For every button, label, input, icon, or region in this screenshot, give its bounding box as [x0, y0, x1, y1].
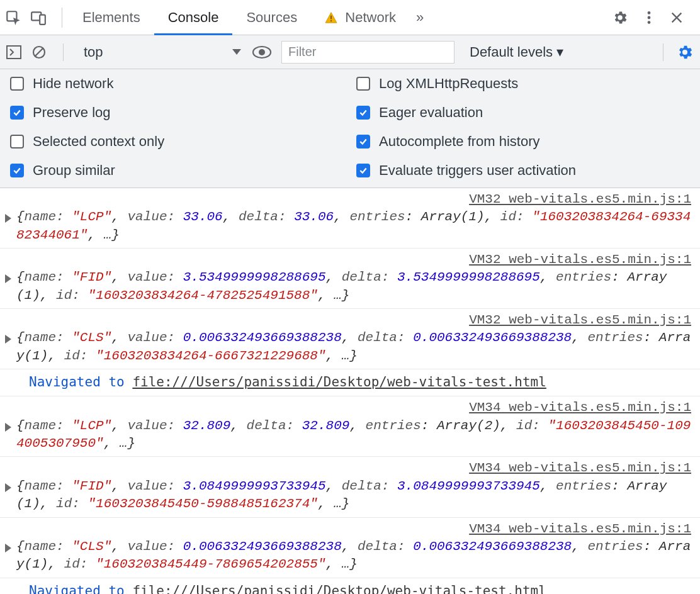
separator	[62, 8, 62, 28]
device-toolbar-icon[interactable]	[30, 9, 55, 26]
checkbox-icon	[10, 77, 24, 91]
chk-group-similar[interactable]: Group similar	[10, 162, 344, 179]
object-preview[interactable]: {name: "LCP", value: 32.809, delta: 32.8…	[16, 417, 694, 453]
checkbox-icon	[356, 106, 370, 120]
message-source-link[interactable]: VM34 web-vitals.es5.min.js:1	[5, 459, 694, 477]
chk-selected-context[interactable]: Selected context only	[10, 133, 344, 150]
chk-preserve-log[interactable]: Preserve log	[10, 104, 344, 121]
navigation-message: Navigated to file:///Users/panissidi/Des…	[0, 578, 700, 594]
close-icon[interactable]	[670, 11, 695, 25]
expand-toggle-icon[interactable]	[5, 420, 13, 437]
settings-gear-icon[interactable]	[612, 9, 637, 26]
navigation-message: Navigated to file:///Users/panissidi/Des…	[0, 369, 700, 396]
navigation-label: Navigated to	[29, 374, 125, 389]
expand-toggle-icon[interactable]	[5, 271, 13, 289]
tab-elements[interactable]: Elements	[69, 0, 154, 35]
svg-point-7	[648, 21, 651, 24]
separator	[63, 43, 64, 61]
devtools-tabbar: Elements Console Sources Network »	[0, 0, 700, 35]
console-message: VM32 web-vitals.es5.min.js:1 {name: "FID…	[0, 249, 700, 309]
message-source-link[interactable]: VM34 web-vitals.es5.min.js:1	[5, 399, 694, 417]
object-preview[interactable]: {name: "LCP", value: 33.06, delta: 33.06…	[16, 208, 694, 244]
console-settings-icon[interactable]	[676, 43, 694, 61]
label: Eager evaluation	[379, 104, 483, 121]
label: Log XMLHttpRequests	[379, 76, 518, 92]
checkbox-icon	[356, 164, 370, 177]
checkbox-icon	[356, 135, 370, 148]
navigation-url[interactable]: file:///Users/panissidi/Desktop/web-vita…	[132, 374, 546, 389]
label: Group similar	[33, 162, 115, 179]
warning-icon	[325, 11, 341, 26]
inspect-icon[interactable]	[5, 9, 30, 26]
svg-rect-4	[330, 20, 332, 21]
object-preview[interactable]: {name: "FID", value: 3.0849999993733945,…	[16, 478, 694, 513]
object-preview[interactable]: {name: "CLS", value: 0.00633249366938823…	[16, 538, 694, 574]
label: Selected context only	[33, 133, 164, 150]
chk-hide-network[interactable]: Hide network	[10, 76, 344, 92]
log-levels-select[interactable]: Default levels ▾	[461, 44, 563, 60]
chk-log-xhr[interactable]: Log XMLHttpRequests	[356, 76, 690, 92]
svg-point-5	[648, 11, 651, 14]
label: Evaluate triggers user activation	[379, 162, 576, 179]
message-source-link[interactable]: VM32 web-vitals.es5.min.js:1	[5, 251, 694, 269]
expand-toggle-icon[interactable]	[5, 332, 13, 349]
console-message: VM34 web-vitals.es5.min.js:1 {name: "CLS…	[0, 518, 700, 578]
separator	[663, 43, 663, 61]
console-log: VM32 web-vitals.es5.min.js:1 {name: "LCP…	[0, 188, 700, 594]
chk-eager-eval[interactable]: Eager evaluation	[356, 104, 690, 121]
svg-point-11	[259, 49, 265, 55]
tab-sources[interactable]: Sources	[232, 0, 311, 35]
message-source-link[interactable]: VM32 web-vitals.es5.min.js:1	[5, 191, 694, 208]
toggle-sidebar-icon[interactable]	[6, 45, 25, 59]
context-value: top	[84, 44, 103, 60]
console-message: VM34 web-vitals.es5.min.js:1 {name: "LCP…	[0, 396, 700, 457]
checkbox-icon	[10, 106, 24, 120]
console-message: VM32 web-vitals.es5.min.js:1 {name: "CLS…	[0, 309, 700, 369]
kebab-menu-icon[interactable]	[641, 9, 666, 26]
expand-toggle-icon[interactable]	[5, 211, 13, 228]
live-expression-icon[interactable]	[252, 45, 275, 59]
console-filterbar: top Default levels ▾	[0, 35, 700, 69]
tab-network-label: Network	[345, 9, 396, 25]
chk-eval-triggers[interactable]: Evaluate triggers user activation	[356, 162, 690, 179]
tab-network[interactable]: Network	[311, 0, 410, 35]
console-message: VM34 web-vitals.es5.min.js:1 {name: "FID…	[0, 457, 700, 517]
clear-console-icon[interactable]	[31, 45, 50, 60]
svg-point-6	[648, 16, 651, 19]
chevron-down-icon	[232, 49, 241, 55]
context-select[interactable]: top	[76, 41, 246, 64]
label: Autocomplete from history	[379, 133, 540, 150]
navigation-label: Navigated to	[29, 583, 125, 594]
tab-console[interactable]: Console	[154, 0, 233, 35]
navigation-url[interactable]: file:///Users/panissidi/Desktop/web-vita…	[132, 583, 546, 594]
object-preview[interactable]: {name: "FID", value: 3.5349999998288695,…	[16, 269, 694, 305]
label: Preserve log	[33, 104, 111, 121]
checkbox-icon	[356, 77, 370, 91]
console-settings-panel: Hide network Log XMLHttpRequests Preserv…	[0, 69, 700, 188]
expand-toggle-icon[interactable]	[5, 541, 13, 558]
expand-toggle-icon[interactable]	[5, 480, 13, 498]
checkbox-icon	[10, 135, 24, 148]
tabs-overflow[interactable]: »	[410, 0, 430, 35]
log-levels-label: Default levels ▾	[470, 44, 563, 60]
svg-rect-2	[40, 14, 45, 24]
message-source-link[interactable]: VM32 web-vitals.es5.min.js:1	[5, 311, 694, 329]
console-message: VM32 web-vitals.es5.min.js:1 {name: "LCP…	[0, 188, 700, 249]
message-source-link[interactable]: VM34 web-vitals.es5.min.js:1	[5, 520, 694, 538]
object-preview[interactable]: {name: "CLS", value: 0.00633249366938823…	[16, 329, 694, 365]
label: Hide network	[33, 76, 113, 92]
filter-input[interactable]	[281, 41, 454, 64]
svg-rect-3	[330, 15, 332, 19]
chk-autocomplete[interactable]: Autocomplete from history	[356, 133, 690, 150]
checkbox-icon	[10, 164, 24, 177]
